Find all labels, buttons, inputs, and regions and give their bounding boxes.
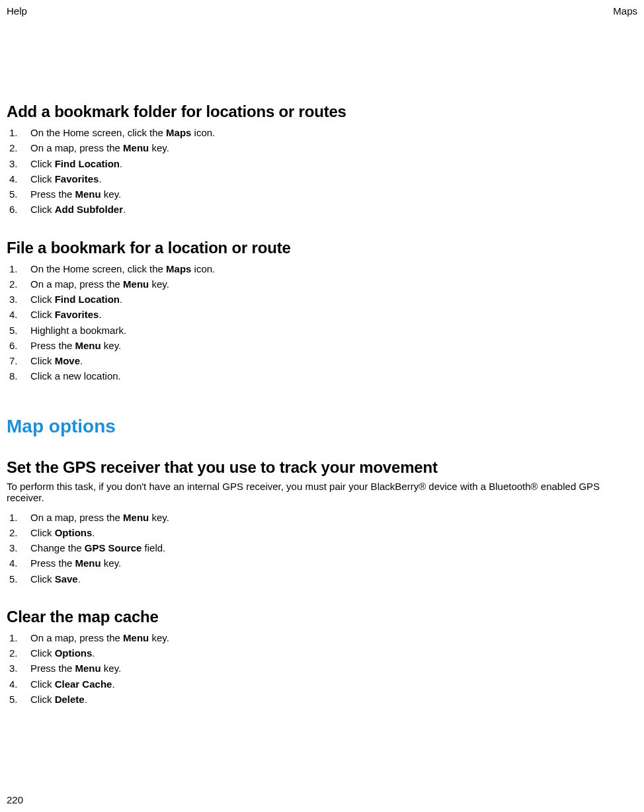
list-item: Press the Menu key. (7, 555, 637, 571)
section-title-file-bookmark: File a bookmark for a location or route (7, 239, 637, 257)
list-item: Click a new location. (7, 368, 637, 384)
page-number: 220 (7, 794, 23, 805)
steps-add-bookmark-folder: On the Home screen, click the Maps icon.… (7, 125, 637, 218)
list-item: Click Delete. (7, 692, 637, 707)
steps-set-gps: On a map, press the Menu key. Click Opti… (7, 510, 637, 587)
steps-file-bookmark: On the Home screen, click the Maps icon.… (7, 261, 637, 384)
header-left: Help (7, 5, 27, 17)
page-content: Add a bookmark folder for locations or r… (7, 17, 637, 707)
steps-clear-cache: On a map, press the Menu key. Click Opti… (7, 630, 637, 707)
intro-set-gps: To perform this task, if you don't have … (7, 481, 637, 503)
list-item: On the Home screen, click the Maps icon. (7, 125, 637, 140)
list-item: On a map, press the Menu key. (7, 630, 637, 645)
header-right: Maps (613, 5, 637, 17)
list-item: Highlight a bookmark. (7, 323, 637, 338)
list-item: Click Find Location. (7, 292, 637, 307)
section-title-clear-cache: Clear the map cache (7, 608, 637, 626)
list-item: Click Favorites. (7, 171, 637, 186)
section-title-add-bookmark-folder: Add a bookmark folder for locations or r… (7, 102, 637, 121)
page-header: Help Maps (7, 0, 637, 17)
list-item: Press the Menu key. (7, 661, 637, 676)
list-item: Click Add Subfolder. (7, 202, 637, 217)
list-item: Click Save. (7, 571, 637, 587)
list-item: Change the GPS Source field. (7, 540, 637, 555)
list-item: On the Home screen, click the Maps icon. (7, 261, 637, 276)
list-item: Click Find Location. (7, 156, 637, 171)
list-item: On a map, press the Menu key. (7, 510, 637, 525)
list-item: On a map, press the Menu key. (7, 276, 637, 292)
section-title-set-gps: Set the GPS receiver that you use to tra… (7, 458, 637, 477)
chapter-title-map-options: Map options (7, 416, 637, 437)
list-item: Click Options. (7, 525, 637, 540)
list-item: Press the Menu key. (7, 186, 637, 202)
list-item: Press the Menu key. (7, 338, 637, 353)
list-item: On a map, press the Menu key. (7, 140, 637, 155)
list-item: Click Move. (7, 353, 637, 368)
list-item: Click Favorites. (7, 307, 637, 322)
list-item: Click Clear Cache. (7, 676, 637, 692)
list-item: Click Options. (7, 645, 637, 661)
